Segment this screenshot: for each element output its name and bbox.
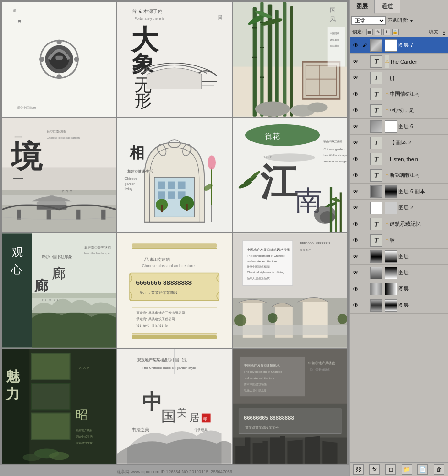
svg-text:观观地产某某楼盘◎中国书法: 观观地产某某楼盘◎中国书法 — [137, 358, 187, 362]
layer-item-1[interactable]: 👁 🖌 图层 7 — [350, 37, 448, 54]
layer-item-5[interactable]: 👁 T ⚠ ○心动，是 — [350, 102, 448, 119]
eye-icon-3: 👁 — [353, 75, 359, 81]
svg-text:Fortunately there is: Fortunately there is — [135, 16, 165, 21]
add-mask-btn[interactable]: ◻ — [385, 464, 396, 475]
svg-text:garden: garden — [125, 182, 136, 186]
delete-layer-btn[interactable]: 🗑 — [434, 464, 444, 475]
page-4[interactable]: 一 境 一 聆©江南烟雨 Chinese classical garden — [2, 118, 116, 232]
canvas-area: 观 观园林建筑是中国悠久的历史文化 沈 中 国 书 法 观©中国印象 — [0, 0, 349, 476]
page-12[interactable]: 中国地产发展©建筑传承 The development of Chinese r… — [233, 349, 347, 464]
eye-btn-1[interactable]: 👁 — [351, 41, 360, 50]
layer-item-13[interactable]: 👁 T ⚠ 聆 — [350, 232, 448, 249]
page-11[interactable]: 观观地产某某楼盘◎中国书法 The Chinese classical gard… — [117, 349, 231, 464]
svg-rect-133 — [132, 335, 217, 339]
eye-btn-3[interactable]: 👁 — [351, 74, 360, 82]
page-10[interactable]: 魅 力 昭 某某地产项目 品味中式生活 传承建筑文化 — [2, 349, 116, 464]
eye-btn-16[interactable]: 👁 — [351, 285, 360, 293]
link-layers-btn[interactable]: ⛓ — [353, 464, 364, 475]
eye-btn-13[interactable]: 👁 — [351, 236, 360, 245]
svg-text:∩  ∩   ∩: ∩ ∩ ∩ — [262, 154, 272, 159]
svg-rect-79 — [186, 204, 188, 211]
svg-rect-128 — [132, 307, 217, 307]
layer-mask-14 — [385, 250, 397, 263]
lock-icons: ▦ ✎ ✛ 🔒 — [366, 29, 399, 35]
lock-move-btn[interactable]: ✛ — [383, 29, 390, 35]
layer-item-9[interactable]: 👁 T ⚠ 听©烟雨江南 — [350, 167, 448, 184]
eye-btn-5[interactable]: 👁 — [351, 106, 360, 115]
eye-btn-8[interactable]: 👁 — [351, 155, 360, 163]
layer-item-14[interactable]: 👁 图层 — [350, 249, 448, 265]
eye-btn-15[interactable]: 👁 — [351, 269, 360, 277]
eye-btn-14[interactable]: 👁 — [351, 252, 360, 261]
brush-btn-5 — [360, 106, 369, 115]
eye-btn-7[interactable]: 👁 — [351, 139, 360, 147]
brush-btn-13 — [360, 236, 369, 245]
page-8[interactable]: 6666666 88888888 地址：某某路某某路段 开发商: 某某房地产开发… — [117, 233, 231, 348]
eye-icon-10: 👁 — [353, 188, 359, 195]
layer-item-12[interactable]: 👁 T ⚠ 建筑承载记忆 — [350, 216, 448, 232]
layer-item-2[interactable]: 👁 T ⚠ The Garden — [350, 54, 448, 70]
lock-all-btn[interactable]: 🔒 — [392, 29, 399, 35]
layer-item-17[interactable]: 👁 图层 — [350, 297, 448, 314]
layer-thumb-6 — [370, 120, 382, 133]
svg-rect-72 — [178, 182, 186, 189]
page-5[interactable]: 相 相建©健康生活 Chinese garden living — [117, 118, 231, 232]
svg-text:地址：某某路某某路段: 地址：某某路某某路段 — [139, 290, 178, 295]
brush-btn-10 — [360, 187, 369, 196]
svg-point-149 — [234, 314, 246, 326]
svg-rect-78 — [161, 205, 163, 212]
svg-text:书法之美: 书法之美 — [132, 427, 150, 432]
svg-rect-161 — [32, 354, 69, 379]
layer-item-8[interactable]: 👁 T Listen, the n — [350, 151, 448, 167]
new-group-btn[interactable]: 📁 — [402, 464, 412, 475]
eye-icon-7: 👁 — [353, 140, 359, 146]
svg-text:昭: 昭 — [76, 408, 87, 421]
svg-text:品味人居生活品质: 品味人居生活品质 — [244, 389, 267, 392]
layer-item-6[interactable]: 👁 图层 6 — [350, 119, 448, 135]
svg-text:Chinese garden: Chinese garden — [323, 147, 345, 151]
lock-position-btn[interactable]: ✎ — [375, 29, 382, 35]
page-7[interactable]: 观 心 ∩ ∩ ∩ ∩ ∩ 廊 廊房南◎等等状态 beautiful lands… — [2, 233, 116, 348]
eye-btn-12[interactable]: 👁 — [351, 220, 360, 228]
brush-btn-14 — [360, 252, 369, 261]
brush-btn-15 — [360, 269, 369, 277]
page-3[interactable]: 国 风 中国传统 建筑风格 园林景观 — [233, 2, 347, 117]
svg-text:Classical style modern living: Classical style modern living — [247, 270, 284, 274]
layer-item-3[interactable]: 👁 T { } — [350, 70, 448, 86]
eye-btn-9[interactable]: 👁 — [351, 171, 360, 180]
page-9[interactable]: 中国地产发展◎建筑风格传承 The development of Chinese… — [233, 233, 347, 348]
svg-text:品味人居生活品质: 品味人居生活品质 — [247, 276, 270, 280]
layer-item-4[interactable]: 👁 T ⚠ 中国情©江南 — [350, 86, 448, 102]
eye-icon-8: 👁 — [353, 156, 359, 162]
layer-item-16[interactable]: 👁 图层 — [350, 281, 448, 297]
svg-text:living: living — [125, 186, 133, 191]
page-2[interactable]: 首 ☯ 本源于内 Fortunately there is 国风 大 象 无 形 — [117, 2, 231, 117]
eye-btn-11[interactable]: 👁 — [351, 204, 360, 212]
eye-btn-2[interactable]: 👁 — [351, 57, 360, 66]
layer-style-btn[interactable]: fx — [369, 464, 380, 475]
page-1[interactable]: 观 观园林建筑是中国悠久的历史文化 沈 中 国 书 法 观©中国印象 — [2, 2, 116, 117]
blend-mode-select[interactable]: 正常 — [351, 16, 386, 25]
layer-item-10[interactable]: 👁 图层 6 副本 — [350, 184, 448, 200]
layer-item-7[interactable]: 👁 T 【 副本 2 — [350, 135, 448, 151]
layer-item-11[interactable]: 👁 图层 2 — [350, 200, 448, 216]
eye-btn-6[interactable]: 👁 — [351, 122, 360, 131]
layer-item-15[interactable]: 👁 图层 — [350, 265, 448, 281]
svg-text:相: 相 — [129, 144, 144, 161]
page-6[interactable]: 御花 江 南 臻品©藏江南月 Chinese garden beautiful … — [233, 118, 347, 232]
eye-icon-16: 👁 — [353, 286, 359, 292]
layer-thumb-3: T — [370, 72, 382, 84]
svg-text:御花: 御花 — [265, 132, 279, 140]
eye-btn-10[interactable]: 👁 — [351, 187, 360, 196]
layer-name-5: ○心动，是 — [390, 107, 446, 114]
tab-layers[interactable]: 图层 — [350, 0, 375, 14]
svg-text:印: 印 — [203, 417, 207, 421]
new-layer-btn[interactable]: 📄 — [417, 464, 428, 475]
tab-channels[interactable]: 通道 — [375, 0, 400, 14]
watermark: 昵享网 www.nipic.com ID:126334 NO:20100115_… — [0, 469, 349, 475]
svg-rect-60 — [76, 210, 80, 220]
eye-btn-17[interactable]: 👁 — [351, 301, 360, 310]
layer-name-17: 图层 — [398, 302, 446, 309]
eye-btn-4[interactable]: 👁 — [351, 90, 360, 98]
lock-pixels-btn[interactable]: ▦ — [366, 29, 373, 35]
